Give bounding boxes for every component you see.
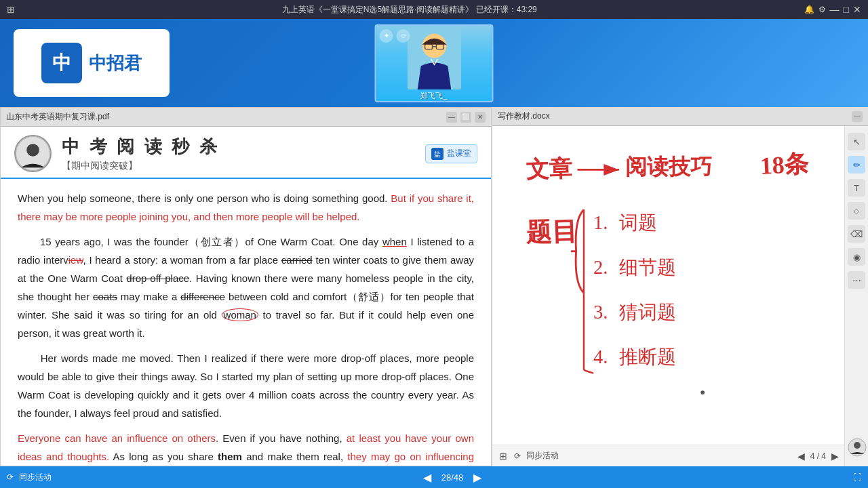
left-panel-titlebar: 山东中考英语期中复习课.pdf — ⬜ ✕ (1, 108, 491, 127)
para1-normal: When you help someone, there is only one… (18, 192, 391, 204)
top-bar-right: 🔔 ⚙ — □ ✕ (804, 4, 861, 15)
pdf-subtitle: 【期中阅读突破】 (62, 160, 415, 172)
tool-color-btn[interactable]: ◉ (848, 248, 865, 266)
tool-more-btn[interactable]: ⋯ (848, 271, 865, 289)
svg-point-1 (422, 33, 446, 58)
fullscreen-icon: ⛶ (853, 472, 861, 482)
webcam-label: 郑飞飞_ (420, 91, 447, 101)
svg-text:18条: 18条 (760, 150, 810, 180)
windows-icon: ⊞ (7, 4, 15, 15)
sync-icon-left: ⟳ (7, 472, 14, 482)
main-area: 山东中考英语期中复习课.pdf — ⬜ ✕ 中 考 阅 读 秒 杀 【期中阅读突… (0, 107, 868, 466)
wb-sync-icon: ⟳ (514, 451, 521, 461)
tool-arrow-btn[interactable]: ↖ (848, 133, 865, 150)
svg-text:盐: 盐 (434, 150, 441, 158)
window-title: 九上英语《一堂课搞定N选5解题思路·阅读解题精讲》 已经开课：43:29 (282, 5, 537, 14)
right-toolbar: ↖ ✏ T ○ ⌫ ◉ ⋯ (844, 126, 868, 466)
restore-btn[interactable]: ⬜ (460, 112, 471, 123)
bottom-left: ⟳ 同步活动 (7, 472, 52, 483)
pdf-content: When you help someone, there is only one… (1, 179, 491, 466)
svg-text:推断题: 推断题 (619, 346, 676, 367)
handwriting-overlay: 文章 阅读技巧 18条 题目 1. 词题 (492, 126, 868, 466)
svg-text:猜词题: 猜词题 (619, 302, 676, 323)
logo-text: 中招君 (89, 52, 142, 75)
page-current: 28 (441, 472, 451, 483)
maximize-icon[interactable]: □ (844, 4, 849, 15)
para4-normal1: . Even if you have nothing, (216, 432, 347, 444)
svg-text:2.: 2. (593, 257, 608, 278)
right-panel: 写作教材.docx — 文章 阅读技巧 18条 (492, 107, 868, 466)
header-area: 中 中招君 ✦ ☺ 郑飞飞_ (0, 19, 868, 107)
sync-label-left: 同步活动 (19, 472, 52, 483)
bottom-bar: ⟳ 同步活动 ◀ 28/48 ▶ ⛶ (0, 466, 868, 488)
svg-text:4.: 4. (593, 346, 608, 367)
para2-text: 15 years ago, I was the founder（创立者）of O… (18, 236, 474, 339)
wb-next-btn[interactable]: ▶ (831, 451, 839, 462)
right-minimize-btn[interactable]: — (852, 111, 863, 122)
para4-bold: them (218, 451, 242, 462)
webcam-icons: ✦ ☺ (380, 29, 410, 43)
webcam-area: ✦ ☺ 郑飞飞_ (375, 24, 494, 102)
wb-bottom-right: ◀ 4 / 4 ▶ (797, 451, 839, 462)
tool-shapes-btn[interactable]: ○ (848, 202, 865, 220)
pdf-title-block: 中 考 阅 读 秒 杀 【期中阅读突破】 (62, 135, 415, 172)
svg-text:3.: 3. (593, 302, 608, 323)
pdf-filename: 山东中考英语期中复习课.pdf (6, 111, 109, 123)
minimize-btn[interactable]: — (446, 112, 457, 123)
person-silhouette (407, 26, 461, 89)
tool-eraser-btn[interactable]: ⌫ (848, 225, 865, 243)
para4-normal3: and make them real, (242, 451, 347, 462)
settings-icon[interactable]: ⚙ (818, 5, 826, 14)
para4-normal2: As long as you share (109, 451, 218, 462)
brand-icon: 盐 (431, 148, 443, 160)
logo-icon: 中 (41, 43, 82, 83)
wb-bottom: ⊞ ⟳ 同步活动 ◀ 4 / 4 ▶ (492, 445, 844, 466)
prev-page-btn[interactable]: ◀ (420, 470, 435, 485)
paragraph-1: When you help someone, there is only one… (18, 189, 474, 226)
top-bar-left: ⊞ (7, 4, 15, 15)
bottom-right: ⛶ (853, 472, 861, 482)
brand-badge: 盐 盐课堂 (425, 144, 477, 163)
svg-text:题目: 题目 (524, 217, 577, 247)
svg-text:1.: 1. (593, 212, 608, 233)
svg-text:阅读技巧: 阅读技巧 (625, 155, 712, 179)
brand-name: 盐课堂 (447, 148, 471, 159)
close-icon[interactable]: ✕ (853, 4, 861, 15)
wb-grid-btn[interactable]: ⊞ (498, 449, 509, 463)
para4-red1: Everyone can have an influence on others (18, 432, 216, 444)
toolbar-avatar (848, 438, 867, 460)
page-display: 28/48 (441, 472, 464, 483)
tool-text-btn[interactable]: T (848, 179, 865, 197)
logo-box: 中 中招君 (14, 29, 170, 97)
wb-filename: 写作教材.docx (498, 110, 550, 122)
webcam-icon2: ☺ (397, 29, 410, 43)
para3-text: Her words made me moved. Then I realized… (18, 352, 474, 419)
whiteboard[interactable]: 文章 阅读技巧 18条 题目 1. 词题 (492, 126, 868, 466)
wb-sync-label: 同步活动 (526, 450, 559, 462)
svg-point-24 (854, 442, 861, 449)
minimize-icon[interactable]: — (830, 4, 840, 15)
next-page-btn[interactable]: ▶ (470, 470, 485, 485)
titlebar-controls: — ⬜ ✕ (446, 112, 486, 123)
top-bar-center: 九上英语《一堂课搞定N选5解题思路·阅读解题精讲》 已经开课：43:29 (15, 4, 804, 16)
wb-bottom-left: ⊞ ⟳ 同步活动 (498, 449, 559, 463)
notification-icon[interactable]: 🔔 (804, 5, 814, 14)
tool-pen-btn[interactable]: ✏ (848, 156, 865, 174)
paragraph-4: Everyone can have an influence on others… (18, 429, 474, 466)
wb-page-info: 4 / 4 (810, 451, 826, 461)
paragraph-3: Her words made me moved. Then I realized… (18, 349, 474, 422)
svg-text:细节题: 细节题 (619, 257, 676, 278)
pdf-main-title: 中 考 阅 读 秒 杀 (62, 135, 415, 159)
wb-prev-btn[interactable]: ◀ (797, 451, 805, 462)
bottom-center: ◀ 28/48 ▶ (420, 470, 486, 485)
avatar-svg (16, 135, 50, 172)
paragraph-2: 15 years ago, I was the founder（创立者）of O… (18, 232, 474, 342)
page-total: 48 (454, 472, 463, 483)
webcam-icon1: ✦ (380, 29, 393, 43)
svg-text:词题: 词题 (619, 212, 657, 233)
svg-point-22 (701, 390, 705, 394)
close-btn[interactable]: ✕ (475, 112, 486, 123)
svg-point-6 (26, 144, 39, 157)
avatar (14, 135, 52, 172)
pdf-header: 中 考 阅 读 秒 杀 【期中阅读突破】 盐 盐课堂 (1, 127, 491, 179)
